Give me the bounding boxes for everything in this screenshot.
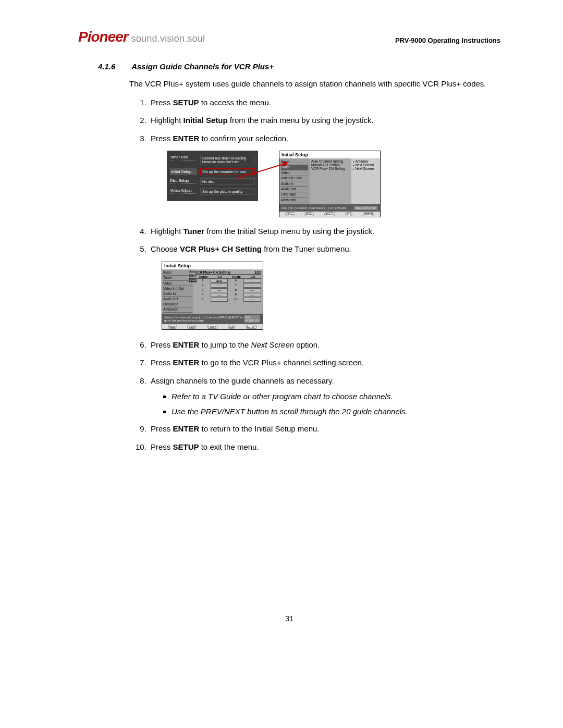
footer-buttons: Move Enter Return Exit SETUP bbox=[279, 212, 380, 217]
brand-logo: Pioneer sound.vision.soul bbox=[78, 29, 205, 45]
step-8-sublist: Refer to a TV Guide or other program cha… bbox=[172, 391, 500, 417]
step-10: Press SETUP to exit the menu. bbox=[149, 441, 500, 453]
section-heading: 4.1.6 Assign Guide Channels for VCR Plus… bbox=[98, 62, 500, 71]
step-list-cont: Highlight Tuner from the Initial Setup m… bbox=[149, 226, 500, 255]
intro-paragraph: The VCR Plus+ system uses guide channels… bbox=[129, 78, 500, 90]
guide-channel-table: VCR Plus+ CH Setting1/20 GuideCH GuideCH… bbox=[193, 269, 263, 314]
vcr-plus-setting-screenshot: Initial Setup Basic Tuner Video Video In… bbox=[162, 262, 263, 330]
step-8: Assign channels to the guide channels as… bbox=[149, 375, 500, 417]
step-9: Press ENTER to return to the Initial Set… bbox=[149, 423, 500, 435]
initial-setup-screenshot: Initial Setup Basic Tuner Video Video In… bbox=[279, 151, 381, 217]
brand-name: Pioneer bbox=[78, 29, 128, 45]
page-number: 31 bbox=[78, 614, 500, 623]
step-3: Press ENTER to confirm your selection. bbox=[149, 133, 500, 145]
step-5: Choose VCR Plus+ CH Setting from the Tun… bbox=[149, 243, 500, 255]
figure-1: Timer RecCannot use timer recording beca… bbox=[167, 151, 500, 217]
step-8-note-2: Use the PREV/NEXT button to scroll throu… bbox=[172, 406, 500, 417]
hint-bar: Use [↑][↓] to select, then press [→] or … bbox=[279, 204, 380, 212]
step-6: Press ENTER to jump to the Next Screen o… bbox=[149, 339, 500, 351]
step-7: Press ENTER to go to the VCR Plus+ chann… bbox=[149, 357, 500, 369]
section-number: 4.1.6 bbox=[98, 62, 129, 71]
hint-bar-2: Select the channel using [↑][↓]. Use the… bbox=[162, 314, 263, 324]
step-list-cont2: Press ENTER to jump to the Next Screen o… bbox=[149, 339, 500, 453]
step-list: Press SETUP to access the menu. Highligh… bbox=[149, 97, 500, 145]
setup-sidebar-2: Basic Tuner Video Video In / Out Audio I… bbox=[162, 269, 193, 314]
brand-tagline: sound.vision.soul bbox=[131, 33, 205, 44]
initial-setup-submenu: Auto Channel Setting Manual CH Setting V… bbox=[310, 158, 351, 204]
step-2: Highlight Initial Setup from the main me… bbox=[149, 115, 500, 127]
document-title: PRV-9000 Operating Instructions bbox=[395, 36, 500, 45]
footer-buttons-2: Move Enter Return Exit SETUP bbox=[162, 324, 263, 329]
step-8-note-1: Refer to a TV Guide or other program cha… bbox=[172, 391, 500, 402]
initial-setup-values: Antenna Next Screen Next Screen bbox=[351, 158, 380, 204]
step-4: Highlight Tuner from the Initial Setup m… bbox=[149, 226, 500, 238]
page-header: Pioneer sound.vision.soul PRV-9000 Opera… bbox=[78, 29, 500, 46]
section-title: Assign Guide Channels for VCR Plus+ bbox=[131, 62, 274, 71]
step-1: Press SETUP to access the menu. bbox=[149, 97, 500, 109]
figure-2: Initial Setup Basic Tuner Video Video In… bbox=[162, 262, 500, 330]
